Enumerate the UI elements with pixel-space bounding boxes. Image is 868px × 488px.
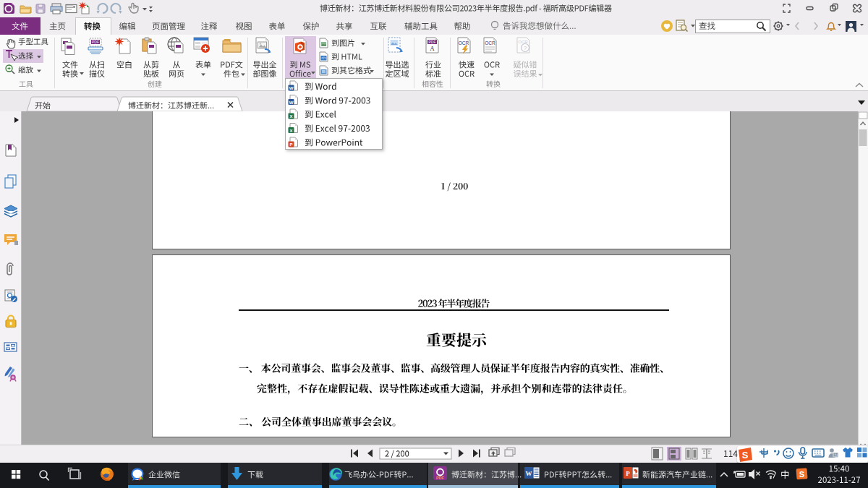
svg-text:S: S xyxy=(742,450,749,461)
svg-text:PDF: PDF xyxy=(92,40,99,44)
svg-text:PDF: PDF xyxy=(429,40,436,44)
svg-text:17: 17 xyxy=(833,453,838,457)
svg-text:</>: </> xyxy=(321,56,326,60)
svg-text:W: W xyxy=(289,86,294,90)
svg-text:OCR: OCR xyxy=(459,40,469,46)
svg-text:W: W xyxy=(526,470,532,477)
svg-text:S: S xyxy=(799,470,804,479)
svg-text:X: X xyxy=(289,114,292,119)
svg-text:?: ? xyxy=(524,45,527,51)
svg-text:P: P xyxy=(626,470,630,477)
svg-text:A: A xyxy=(430,45,435,52)
svg-text:P: P xyxy=(289,142,292,147)
svg-text:OCR: OCR xyxy=(518,40,528,44)
svg-text:PDF: PDF xyxy=(436,476,445,480)
svg-text:OCR: OCR xyxy=(485,40,495,46)
